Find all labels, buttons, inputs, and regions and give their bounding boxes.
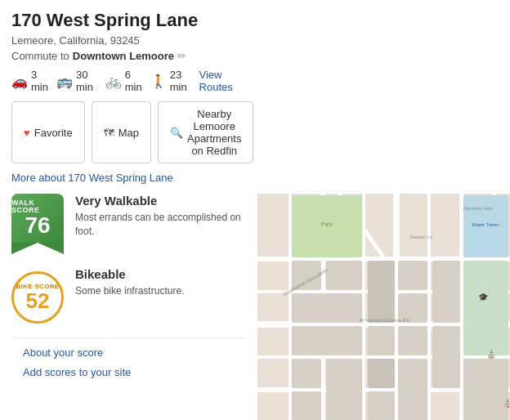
bus-icon: 🚌: [56, 74, 73, 89]
about-score-link[interactable]: About your score: [23, 343, 235, 362]
more-about-link[interactable]: More about 170 West Spring Lane: [11, 172, 246, 184]
svg-rect-50: [432, 261, 460, 323]
commute-destination: Downtown Lemoore: [73, 50, 174, 62]
walk-score-badge: Walk Score 76: [11, 194, 64, 254]
bike-score-badge: Bike Score 52: [11, 267, 64, 328]
favorite-button[interactable]: ♥ Favorite: [11, 101, 85, 163]
svg-text:⛪: ⛪: [503, 398, 510, 409]
nearby-button[interactable]: 🔍 Nearby Lemoore Apartments on Redfin: [158, 101, 253, 163]
commute-label: Commute to: [11, 50, 69, 62]
svg-rect-29: [398, 326, 427, 355]
search-icon: 🔍: [170, 127, 183, 139]
walk-icon: 🚶: [150, 74, 167, 89]
heart-icon: ♥: [24, 127, 30, 139]
svg-rect-53: [463, 261, 508, 355]
transport-bus: 🚌 30 min: [56, 69, 97, 93]
svg-rect-24: [368, 261, 395, 323]
svg-text:Desdar Ln: Desdar Ln: [409, 235, 432, 239]
nearby-label: Nearby Lemoore Apartments on Redfin: [187, 108, 241, 157]
edit-icon[interactable]: ✏: [177, 50, 186, 62]
transport-walk: 🚶 23 min: [150, 69, 191, 93]
svg-text:Water Tower: Water Tower: [472, 222, 499, 227]
walk-score-desc: Most errands can be accomplished on foot…: [75, 211, 246, 239]
bike-score-text: Bikeable Some bike infrastructure.: [75, 267, 184, 298]
scores-section: Walk Score 76 Very Walkable Most errands…: [11, 194, 246, 337]
svg-text:Park: Park: [321, 221, 333, 227]
svg-rect-35: [368, 391, 395, 420]
walk-score-tail: [11, 243, 64, 254]
svg-rect-30: [292, 359, 321, 388]
svg-rect-28: [368, 326, 395, 355]
map-label: Map: [119, 127, 139, 139]
walk-time: 23 min: [170, 69, 191, 93]
page-container: 170 West Spring Lane Lemeore, California…: [0, 0, 510, 420]
svg-rect-22: [326, 261, 362, 290]
svg-text:W Hanford Armona Rd: W Hanford Armona Rd: [360, 318, 409, 323]
svg-rect-54: [463, 359, 508, 420]
bike-score-item: Bike Score 52 Bikeable Some bike infrast…: [11, 267, 246, 328]
svg-text:Ramirez-Vest: Ramirez-Vest: [463, 206, 493, 211]
bike-score-outer: Bike Score 52: [11, 271, 64, 324]
car-time: 3 min: [31, 69, 48, 93]
commute-line: Commute to Downtown Lemoore ✏: [11, 50, 246, 62]
walk-score-number: 76: [25, 214, 50, 237]
walk-score-title: Very Walkable: [75, 194, 246, 208]
footer-links: About your score Add scores to your site: [11, 337, 246, 390]
header-section: 170 West Spring Lane Lemeore, California…: [0, 0, 257, 194]
walk-score-text: Very Walkable Most errands can be accomp…: [75, 194, 246, 239]
map-svg: Park Water Tower 🛒 🛒 🛒 🎓 🎓 🎓 🎓 ⛪ ⛪: [257, 194, 510, 420]
svg-rect-23: [292, 293, 362, 323]
svg-rect-33: [398, 359, 427, 420]
svg-text:⛪: ⛪: [486, 349, 497, 360]
bike-icon: 🚲: [105, 74, 122, 89]
map-container[interactable]: Park Water Tower 🛒 🛒 🛒 🎓 🎓 🎓 🎓 ⛪ ⛪: [257, 194, 510, 420]
svg-rect-31: [326, 359, 362, 420]
transport-row: 🚗 3 min 🚌 30 min 🚲 6 min 🚶 23 min View R…: [11, 69, 246, 93]
svg-rect-25: [398, 261, 427, 290]
map-icon: 🗺: [104, 127, 114, 139]
transport-car: 🚗 3 min: [11, 69, 48, 93]
address-title: 170 West Spring Lane: [11, 10, 246, 31]
svg-rect-27: [292, 326, 362, 355]
transport-bike: 🚲 6 min: [105, 69, 142, 93]
svg-rect-32: [368, 359, 395, 388]
content-row: Walk Score 76 Very Walkable Most errands…: [0, 194, 510, 420]
svg-rect-51: [432, 326, 460, 388]
svg-rect-34: [292, 391, 321, 420]
location-line: Lemeore, California, 93245: [11, 34, 246, 47]
car-icon: 🚗: [11, 74, 28, 89]
favorite-label: Favorite: [34, 127, 73, 139]
walk-score-item: Walk Score 76 Very Walkable Most errands…: [11, 194, 246, 254]
walk-score-inner: Walk Score 76: [11, 194, 64, 243]
bus-time: 30 min: [76, 69, 97, 93]
svg-text:🎓: 🎓: [478, 292, 489, 302]
action-buttons: ♥ Favorite 🗺 Map 🔍 Nearby Lemoore Apartm…: [11, 101, 246, 163]
add-scores-link[interactable]: Add scores to your site: [23, 363, 235, 382]
bike-time: 6 min: [125, 69, 142, 93]
bike-score-title: Bikeable: [75, 267, 184, 281]
scores-panel: Walk Score 76 Very Walkable Most errands…: [0, 194, 257, 420]
map-button[interactable]: 🗺 Map: [92, 101, 151, 163]
view-routes-link[interactable]: View Routes: [199, 69, 246, 93]
bike-score-desc: Some bike infrastructure.: [75, 284, 184, 298]
bike-score-number: 52: [26, 290, 50, 311]
